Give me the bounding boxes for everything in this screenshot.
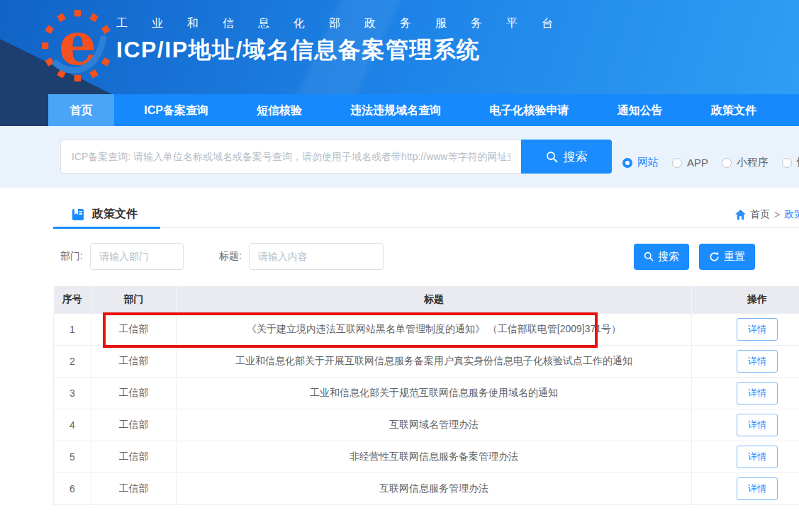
radio-mini-program[interactable]: 小程序: [722, 156, 769, 169]
table-row: 4 工信部 互联网域名管理办法 详情: [54, 409, 799, 441]
miit-logo: e: [41, 9, 114, 82]
nav-item-icp-query[interactable]: ICP备案查询: [125, 94, 227, 126]
policy-section-head: 政策文件 首页 > 政策文件: [53, 202, 799, 228]
col-header-title: 标题: [177, 286, 692, 313]
radio-app[interactable]: APP: [672, 157, 708, 169]
icp-search-strip: 搜索 网站 APP 小程序 快应用: [0, 126, 799, 188]
search-icon: [644, 251, 654, 261]
nav-item-notices[interactable]: 通知公告: [599, 94, 681, 126]
policy-title: 工业和信息化部关于规范互联网信息服务使用域名的通知: [177, 377, 692, 409]
table-row: 1 工信部 《关于建立境内违法互联网站黑名单管理制度的通知》 （工信部联电管[2…: [54, 313, 799, 345]
policy-title: 非经营性互联网信息服务备案管理办法: [177, 441, 692, 472]
icp-search-button[interactable]: 搜索: [521, 140, 612, 174]
nav-item-home[interactable]: 首页: [48, 94, 114, 126]
dept-filter-input[interactable]: [90, 243, 184, 270]
detail-button[interactable]: 详情: [737, 350, 778, 373]
policy-title: 互联网信息服务管理办法: [177, 472, 692, 504]
breadcrumb-home-link[interactable]: 首页: [750, 208, 770, 221]
radio-dot-icon: [622, 158, 632, 168]
breadcrumb-current: 政策文件: [784, 208, 799, 221]
table-header-row: 序号 部门 标题 操作: [54, 286, 799, 313]
search-icon: [546, 151, 558, 163]
page-title: 政策文件: [92, 207, 138, 222]
policy-section-title-wrap: 政策文件: [53, 202, 160, 229]
breadcrumb: 首页 > 政策文件: [735, 208, 799, 221]
detail-button[interactable]: 详情: [737, 414, 778, 436]
platform-name: 工业和信息化部政务服务平台: [116, 16, 577, 31]
nav-item-policy-files[interactable]: 政策文件: [693, 94, 775, 126]
table-row: 2 工信部 工业和信息化部关于开展互联网信息服务备案用户真实身份信息电子化核验试…: [54, 345, 799, 377]
filter-search-button[interactable]: 搜索: [634, 244, 689, 270]
nav-item-e-verification[interactable]: 电子化核验申请: [471, 94, 588, 126]
detail-button[interactable]: 详情: [737, 477, 778, 500]
dept-filter-label: 部门:: [60, 250, 83, 263]
title-filter-label: 标题:: [219, 250, 242, 263]
col-header-dept: 部门: [91, 286, 177, 313]
breadcrumb-separator: >: [774, 209, 780, 220]
filter-row: 部门: 标题: 搜索 重置: [60, 243, 755, 270]
nav-item-illegal-domain-query[interactable]: 违法违规域名查询: [332, 94, 459, 126]
col-header-action: 操作: [692, 286, 799, 313]
radio-website[interactable]: 网站: [622, 156, 659, 169]
icp-search-input[interactable]: [60, 140, 521, 174]
nav-left-dark-block: [0, 94, 48, 126]
search-type-radio-group: 网站 APP 小程序 快应用: [622, 156, 799, 169]
main-nav: 首页 ICP备案查询 短信核验 违法违规域名查询 电子化核验申请 通知公告 政策…: [0, 94, 799, 126]
radio-quick-app[interactable]: 快应用: [782, 156, 799, 169]
policy-title: 互联网域名管理办法: [177, 409, 692, 441]
policy-title: 工业和信息化部关于开展互联网信息服务备案用户真实身份信息电子化核验试点工作的通知: [177, 345, 692, 377]
table-row: 5 工信部 非经营性互联网信息服务备案管理办法 详情: [54, 441, 799, 472]
title-filter-input[interactable]: [249, 243, 384, 270]
policy-files-table: 序号 部门 标题 操作 1 工信部 《关于建立境内违法互联网站黑名单管理制度的通…: [53, 286, 799, 505]
table-row: 3 工信部 工业和信息化部关于规范互联网信息服务使用域名的通知 详情: [54, 377, 799, 409]
detail-button[interactable]: 详情: [737, 382, 778, 404]
detail-button[interactable]: 详情: [737, 318, 778, 341]
system-title: ICP/IP地址/域名信息备案管理系统: [116, 35, 577, 66]
refresh-icon: [709, 251, 720, 262]
table-row: 6 工信部 互联网信息服务管理办法 详情: [54, 472, 799, 504]
site-header: e 工业和信息化部政务服务平台 ICP/IP地址/域名信息备案管理系统: [0, 0, 799, 94]
filter-reset-button[interactable]: 重置: [699, 244, 755, 270]
home-icon: [735, 210, 746, 220]
policy-title: 《关于建立境内违法互联网站黑名单管理制度的通知》 （工信部联电管[2009]37…: [177, 313, 692, 345]
col-header-no: 序号: [54, 286, 91, 313]
detail-button[interactable]: 详情: [737, 446, 778, 468]
radio-dot-icon: [782, 158, 792, 168]
radio-dot-icon: [722, 158, 732, 168]
search-button-label: 搜索: [564, 149, 588, 165]
nav-item-sms-verify[interactable]: 短信核验: [238, 94, 320, 126]
radio-dot-icon: [672, 158, 682, 168]
document-icon: [71, 208, 85, 222]
gear-e-logo-icon: e: [41, 9, 114, 82]
